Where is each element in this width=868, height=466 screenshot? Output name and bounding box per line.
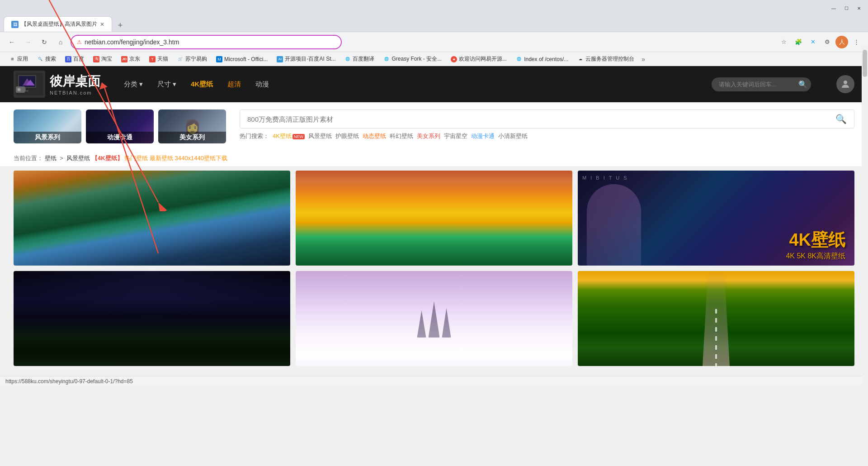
svg-point-10 (844, 81, 847, 84)
extension-puzzle-icon[interactable]: 🧩 (792, 36, 805, 48)
tab-close-icon[interactable]: ✕ (100, 21, 104, 28)
bookmark-greasy-fork[interactable]: 🌐 Greasy Fork - 安全... (380, 54, 445, 64)
nav-4k[interactable]: 4K壁纸 (185, 76, 218, 92)
header-search[interactable]: 🔍 (712, 77, 811, 91)
star-icon[interactable]: ☆ (778, 36, 790, 48)
logo-text: 彼岸桌面 NETBIAN.com (50, 73, 100, 95)
address-bar-input[interactable] (85, 38, 335, 46)
bookmark-netease[interactable]: ● 欢迎访问网易开源... (447, 54, 510, 64)
hot-item-scifi[interactable]: 科幻壁纸 (390, 132, 413, 140)
bookmark-suning[interactable]: 🛒 苏宁易购 (174, 54, 211, 64)
maximize-button[interactable]: ☐ (841, 3, 852, 14)
hot-item-fresh[interactable]: 小清新壁纸 (498, 132, 528, 140)
hot-item-landscape[interactable]: 风景壁纸 (308, 132, 332, 140)
bookmark-label: 应用 (17, 55, 28, 63)
new-tab-button[interactable]: + (114, 19, 127, 32)
tree3 (442, 308, 451, 338)
address-bar-container[interactable]: ⚠ (71, 35, 342, 49)
user-avatar (836, 75, 854, 93)
bookmark-label: 苏宁易购 (185, 55, 207, 63)
gallery-item-snow-forest[interactable] (296, 271, 572, 366)
breadcrumb: 当前位置： 壁纸 > 风景壁纸 【4K壁纸】 热门壁纸 最新壁纸 3440x14… (0, 151, 868, 166)
gallery-item-mountain-lake[interactable] (14, 171, 290, 266)
header-search-input[interactable] (719, 81, 795, 88)
logo-text-overlay: M I B I T U S (582, 175, 845, 181)
centos-favicon: 🌐 (516, 56, 522, 62)
bookmark-microsoft[interactable]: M Microsoft - Offici... (212, 55, 271, 63)
nav-hd[interactable]: 超清 (222, 76, 246, 92)
hot-item-4k[interactable]: 4K壁纸NEW (273, 132, 305, 140)
snow-forest-img (296, 271, 572, 366)
bookmark-label: 天猫 (157, 55, 168, 63)
profile-icon[interactable]: 人 (835, 36, 848, 48)
main-search-box[interactable]: 🔍 (240, 109, 854, 128)
bookmark-taobao[interactable]: 淘 淘宝 (90, 54, 116, 64)
twitter-icon[interactable]: ✕ (807, 36, 819, 48)
hot-item-eyecare[interactable]: 护眼壁纸 (335, 132, 359, 140)
header-search-icon[interactable]: 🔍 (798, 80, 807, 89)
taobao-favicon: 淘 (93, 56, 99, 62)
extension2-icon[interactable]: ⚙ (821, 36, 834, 48)
bookmark-cloud[interactable]: ☁ 云服务器管理控制台 (574, 54, 638, 64)
home-button[interactable]: ⌂ (54, 36, 67, 48)
main-search-input[interactable] (247, 115, 832, 123)
bookmark-baidu-ai[interactable]: AI 开源项目-百度AI St... (273, 54, 339, 64)
breadcrumb-new[interactable]: 最新壁纸 (150, 155, 173, 162)
breadcrumb-hot[interactable]: 热门壁纸 (124, 155, 148, 162)
active-tab[interactable]: 🖼 【风景桌面壁纸】高清风景图片 ✕ (4, 16, 112, 32)
bookmark-label: Greasy Fork - 安全... (392, 55, 442, 63)
scrollbar-thumb[interactable] (863, 50, 867, 77)
site-header: 彼岸桌面 NETBIAN.com 分类 ▾ 尺寸 ▾ 4K壁纸 超清 动漫 🔍 (0, 66, 868, 102)
scrollbar[interactable] (862, 45, 868, 456)
category-landscape[interactable]: 风景系列 (14, 109, 81, 143)
hot-item-anime[interactable]: 动漫卡通 (471, 132, 495, 140)
bookmark-baidu[interactable]: 百 百度 (61, 54, 88, 64)
window-controls[interactable]: — ☐ ✕ (828, 3, 864, 14)
bookmarks-bar: ⊞ 应用 🔍 搜索 百 百度 淘 淘宝 JD 京东 T 天猫 🛒 苏宁易购 M (0, 52, 868, 66)
breadcrumb-prefix: 当前位置： (14, 155, 43, 162)
refresh-button[interactable]: ↻ (38, 36, 51, 48)
sunflower-img (296, 171, 572, 266)
bookmarks-more-icon[interactable]: » (642, 56, 645, 63)
nav-size[interactable]: 尺寸 ▾ (152, 76, 182, 92)
bookmark-tianmao[interactable]: T 天猫 (146, 54, 172, 64)
logo-sub: NETBIAN.com (50, 90, 100, 95)
forward-button[interactable]: → (22, 36, 34, 48)
bookmark-translate[interactable]: 🌐 百度翻译 (341, 54, 378, 64)
bookmark-jd[interactable]: JD 京东 (118, 54, 144, 64)
gallery-item-sunflower[interactable] (296, 171, 572, 266)
bookmark-centos[interactable]: 🌐 Index of /centos/... (512, 55, 572, 63)
header-search-box[interactable]: 🔍 (712, 77, 811, 91)
category-beauty[interactable]: 👩 美女系列 (158, 109, 226, 143)
breadcrumb-wallpaper[interactable]: 壁纸 (45, 155, 57, 162)
gallery-row-1: M I B I T U S 4K壁纸 4K 5K 8K高清壁纸 (14, 171, 854, 266)
netease-favicon: ● (451, 56, 457, 62)
header-user-button[interactable] (836, 75, 854, 93)
main-search-icon[interactable]: 🔍 (835, 114, 847, 124)
bookmark-label: 百度翻译 (353, 55, 374, 63)
breadcrumb-3440[interactable]: 3440x1440壁纸下载 (175, 155, 227, 162)
bookmark-search[interactable]: 🔍 搜索 (33, 54, 60, 64)
gallery-item-night-mountain[interactable] (14, 271, 290, 366)
nav-anime[interactable]: 动漫 (250, 76, 274, 92)
character-silhouette (587, 184, 641, 266)
hot-item-beauty[interactable]: 美女系列 (417, 132, 440, 140)
close-button[interactable]: ✕ (854, 3, 864, 14)
search-area: 🔍 热门搜索： 4K壁纸NEW 风景壁纸 护眼壁纸 动态壁纸 科幻壁纸 美女系列… (240, 109, 854, 140)
hot-item-space[interactable]: 宇宙星空 (444, 132, 467, 140)
bookmark-apps[interactable]: ⊞ 应用 (5, 54, 32, 64)
category-anime[interactable]: 动漫卡通 (86, 109, 154, 143)
breadcrumb-landscape[interactable]: 风景壁纸 (66, 155, 90, 162)
gallery-item-forest-road[interactable] (578, 271, 854, 366)
hot-item-dynamic[interactable]: 动态壁纸 (363, 132, 386, 140)
status-bar: https://588ku.com/sheyingtu/0-97-default… (0, 376, 868, 386)
back-button[interactable]: ← (5, 36, 18, 48)
minimize-button[interactable]: — (828, 3, 839, 14)
hot-searches: 热门搜索： 4K壁纸NEW 风景壁纸 护眼壁纸 动态壁纸 科幻壁纸 美女系列 宇… (240, 132, 854, 140)
new-badge: NEW (292, 134, 305, 139)
nav-category[interactable]: 分类 ▾ (118, 76, 148, 92)
gallery-item-anime[interactable]: M I B I T U S 4K壁纸 4K 5K 8K高清壁纸 (578, 171, 854, 266)
gf-favicon: 🌐 (383, 56, 390, 62)
site-nav-menu: 分类 ▾ 尺寸 ▾ 4K壁纸 超清 动漫 (118, 76, 274, 92)
menu-icon[interactable]: ⋮ (850, 36, 863, 48)
